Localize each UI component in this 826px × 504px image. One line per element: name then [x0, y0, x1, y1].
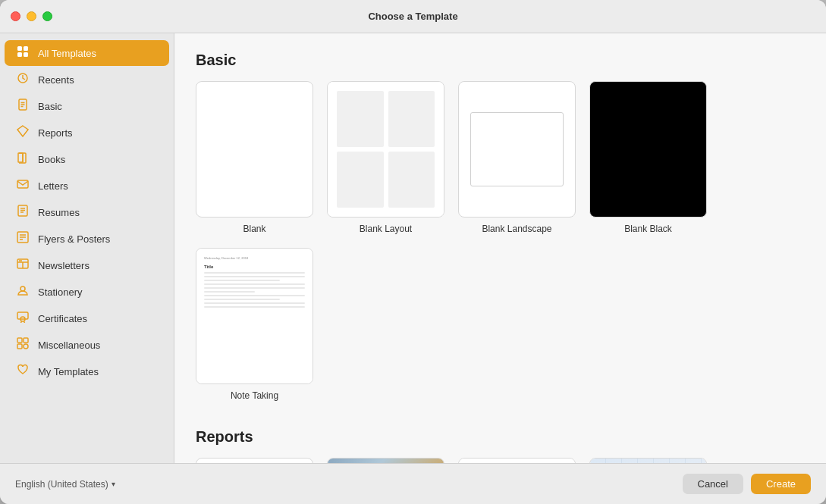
- sidebar-item-basic[interactable]: Basic: [5, 93, 169, 119]
- create-button[interactable]: Create: [751, 474, 811, 494]
- nt-date: Wednesday, December 12, 2018: [204, 256, 305, 260]
- sidebar-item-miscellaneous[interactable]: Miscellaneous: [5, 332, 169, 358]
- template-card-blank-black[interactable]: Blank Black: [589, 81, 707, 234]
- template-thumb-professional[interactable]: JUNE 13, 2018 Tips for Quick ToAdd a Sub…: [589, 458, 707, 463]
- academic-thumb-content: Academic ReportCover Page Subtitle Autho…: [459, 459, 575, 463]
- nt-line-2: [204, 276, 305, 277]
- footer: English (United States) ▾ Cancel Create: [0, 463, 826, 504]
- content-area: All Templates Recents: [0, 33, 826, 463]
- sidebar-item-recents-label: Recents: [38, 74, 74, 86]
- template-label-blank-black: Blank Black: [624, 224, 672, 234]
- sidebar-item-my-templates-label: My Templates: [38, 366, 99, 377]
- svg-rect-2: [17, 52, 22, 57]
- grid-icon: [15, 45, 30, 61]
- template-card-essay[interactable]: Author NameInstitution Essay Title: [196, 458, 313, 463]
- sidebar-item-flyers-posters[interactable]: Flyers & Posters: [5, 226, 169, 252]
- clock-icon: [15, 72, 30, 87]
- layout-block-2: [388, 91, 435, 147]
- sidebar-item-stationery[interactable]: Stationery: [5, 279, 169, 305]
- nt-line-10: [204, 306, 305, 308]
- sidebar-item-recents[interactable]: Recents: [5, 67, 169, 92]
- nt-line-5: [204, 287, 305, 289]
- layout-block-1: [337, 91, 384, 147]
- reports-section-title: Reports: [196, 428, 805, 446]
- svg-rect-26: [17, 312, 28, 319]
- chevron-down-icon: ▾: [111, 480, 115, 488]
- certificate-icon: [15, 311, 30, 326]
- svg-point-25: [20, 286, 25, 291]
- diamond-icon: [15, 125, 30, 140]
- sidebar-item-newsletters-label: Newsletters: [38, 260, 90, 271]
- book-icon: [15, 152, 30, 167]
- nt-line-4: [204, 283, 305, 285]
- template-thumb-blank-black[interactable]: [589, 81, 707, 218]
- template-thumb-blank-landscape[interactable]: [458, 81, 576, 218]
- template-card-professional-report[interactable]: JUNE 13, 2018 Tips for Quick ToAdd a Sub…: [589, 458, 707, 463]
- landscape-inner: [470, 112, 563, 186]
- basic-section-title: Basic: [196, 52, 805, 69]
- svg-rect-12: [17, 180, 28, 188]
- sidebar-item-basic-label: Basic: [38, 101, 62, 112]
- template-thumb-blank[interactable]: [196, 81, 313, 218]
- maximize-button[interactable]: [42, 11, 52, 21]
- template-card-contemporary-report[interactable]: Simple Home Styling Easy Decorating Cont…: [327, 458, 444, 463]
- sidebar-item-stationery-label: Stationery: [38, 286, 83, 298]
- sidebar-item-reports[interactable]: Reports: [5, 120, 169, 146]
- sidebar-item-all-templates-label: All Templates: [38, 48, 96, 59]
- contemporary-image: [328, 459, 444, 463]
- resume-icon: [15, 205, 30, 220]
- nt-line-1: [204, 272, 305, 274]
- template-label-blank: Blank: [243, 224, 265, 234]
- template-thumb-contemporary[interactable]: Simple Home Styling Easy Decorating: [327, 458, 444, 463]
- flyer-icon: [15, 231, 30, 246]
- language-selector[interactable]: English (United States) ▾: [15, 479, 115, 490]
- template-thumb-academic[interactable]: Academic ReportCover Page Subtitle Autho…: [458, 458, 576, 463]
- template-card-blank-landscape[interactable]: Blank Landscape: [458, 81, 576, 234]
- template-label-blank-layout: Blank Layout: [360, 224, 412, 234]
- misc-icon: [15, 337, 30, 352]
- sidebar-item-newsletters[interactable]: Newsletters: [5, 252, 169, 278]
- nt-title: Title: [204, 265, 305, 269]
- sidebar-item-all-templates[interactable]: All Templates: [5, 40, 169, 66]
- svg-rect-1: [24, 46, 28, 51]
- nt-line-6: [204, 291, 255, 293]
- sidebar: All Templates Recents: [0, 33, 174, 463]
- template-thumb-essay[interactable]: Author NameInstitution Essay Title: [196, 458, 313, 463]
- cancel-button[interactable]: Cancel: [683, 474, 743, 494]
- sidebar-item-reports-label: Reports: [38, 127, 73, 139]
- language-label: English (United States): [15, 479, 108, 490]
- svg-rect-30: [17, 338, 22, 343]
- nt-line-3: [204, 280, 280, 281]
- main-content: Basic Blank: [174, 33, 826, 463]
- sidebar-item-books[interactable]: Books: [5, 146, 169, 172]
- template-card-academic-report[interactable]: Academic ReportCover Page Subtitle Autho…: [458, 458, 576, 463]
- sidebar-item-letters-label: Letters: [38, 180, 68, 192]
- professional-bg: [590, 459, 706, 463]
- professional-thumb-content: JUNE 13, 2018 Tips for Quick ToAdd a Sub…: [590, 459, 706, 463]
- sidebar-item-my-templates[interactable]: My Templates: [5, 358, 169, 384]
- basic-template-grid: Blank Blank Layout: [196, 81, 805, 401]
- svg-line-29: [24, 321, 25, 323]
- reports-template-grid: Author NameInstitution Essay Title: [196, 458, 805, 463]
- sidebar-item-certificates[interactable]: Certificates: [5, 305, 169, 331]
- template-card-blank[interactable]: Blank: [196, 81, 313, 234]
- template-thumb-note-taking[interactable]: Wednesday, December 12, 2018 Title: [196, 248, 313, 384]
- sidebar-item-certificates-label: Certificates: [38, 313, 87, 324]
- svg-rect-31: [24, 338, 28, 343]
- sidebar-item-resumes-label: Resumes: [38, 207, 80, 218]
- template-label-blank-landscape: Blank Landscape: [482, 224, 551, 234]
- template-card-blank-layout[interactable]: Blank Layout: [327, 81, 444, 234]
- svg-marker-9: [17, 126, 28, 136]
- sidebar-item-letters[interactable]: Letters: [5, 173, 169, 199]
- notetaking-thumb-content: Wednesday, December 12, 2018 Title: [196, 249, 312, 383]
- layout-block-4: [388, 152, 435, 208]
- template-thumb-blank-layout[interactable]: [327, 81, 444, 218]
- layout-block-3: [337, 152, 384, 208]
- minimize-button[interactable]: [27, 11, 36, 21]
- sidebar-item-miscellaneous-label: Miscellaneous: [38, 340, 100, 351]
- nt-line-7: [204, 295, 305, 296]
- sidebar-item-resumes[interactable]: Resumes: [5, 199, 169, 225]
- template-card-note-taking[interactable]: Wednesday, December 12, 2018 Title: [196, 248, 313, 401]
- landscape-thumb-content: [459, 82, 575, 217]
- close-button[interactable]: [11, 11, 20, 21]
